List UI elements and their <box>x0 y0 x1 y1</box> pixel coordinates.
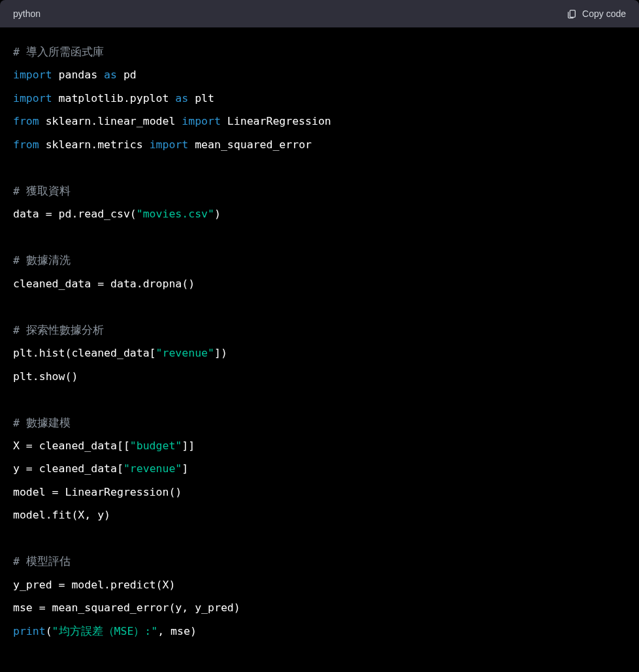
code-token-keyword: print <box>13 625 46 637</box>
code-line <box>13 388 626 411</box>
code-token-keyword: as <box>175 92 188 104</box>
code-token-default: pd <box>117 69 137 81</box>
code-token-comment: # 探索性數據分析 <box>13 324 104 336</box>
code-token-default: ) <box>214 208 221 220</box>
code-line: cleaned_data = data.dropna() <box>13 272 626 295</box>
code-token-default: matplotlib.pyplot <box>52 92 176 104</box>
code-token-default <box>13 300 20 313</box>
code-block: python Copy code # 導入所需函式庫import pandas … <box>0 0 639 672</box>
code-line: print("均方誤差（MSE）:", mse) <box>13 620 626 643</box>
code-token-default: plt.show() <box>13 370 78 383</box>
code-line: # 獲取資料 <box>13 180 626 202</box>
code-token-default: LinearRegression <box>221 115 331 127</box>
code-content: # 導入所需函式庫import pandas as pdimport matpl… <box>0 27 639 656</box>
code-line: X = cleaned_data[["budget"]] <box>13 434 626 457</box>
code-token-keyword: from <box>13 138 39 151</box>
code-line: from sklearn.metrics import mean_squared… <box>13 133 626 156</box>
code-token-comment: # 數據清洗 <box>13 254 71 266</box>
code-token-default <box>13 532 20 545</box>
code-token-default: X = cleaned_data[[ <box>13 440 130 452</box>
code-line: # 模型評估 <box>13 550 626 573</box>
code-token-comment: # 導入所需函式庫 <box>13 46 104 58</box>
code-token-default: ]] <box>182 440 195 452</box>
copy-code-button[interactable]: Copy code <box>566 8 626 19</box>
code-token-default <box>13 231 20 244</box>
code-token-keyword: import <box>182 115 221 127</box>
code-line: y = cleaned_data["revenue"] <box>13 457 626 480</box>
code-token-default <box>13 393 20 406</box>
code-token-default: ] <box>182 462 188 475</box>
code-line: model = LinearRegression() <box>13 481 626 504</box>
code-line: # 數據清洗 <box>13 249 626 272</box>
code-token-default: y = cleaned_data[ <box>13 462 123 475</box>
code-token-keyword: as <box>104 69 117 81</box>
code-token-string: "movies.csv" <box>137 208 214 220</box>
code-token-string: "revenue" <box>123 462 182 475</box>
code-token-keyword: import <box>13 92 52 104</box>
code-token-default: ( <box>46 625 52 637</box>
code-line: plt.hist(cleaned_data["revenue"]) <box>13 342 626 364</box>
code-token-default: sklearn.metrics <box>39 138 150 151</box>
code-token-default <box>13 161 20 174</box>
svg-rect-0 <box>570 10 575 18</box>
code-token-default: , mse) <box>157 625 197 637</box>
code-token-default: plt <box>188 92 214 104</box>
code-line <box>13 226 626 249</box>
code-line: # 數據建模 <box>13 411 626 434</box>
code-line: # 探索性數據分析 <box>13 319 626 342</box>
code-line: plt.show() <box>13 365 626 388</box>
copy-code-label: Copy code <box>582 8 626 19</box>
code-token-string: "budget" <box>130 440 182 452</box>
code-token-default: model.fit(X, y) <box>13 509 110 521</box>
code-line: data = pd.read_csv("movies.csv") <box>13 202 626 225</box>
code-token-default: mean_squared_error <box>188 138 312 151</box>
code-token-keyword: from <box>13 115 39 127</box>
code-line <box>13 156 626 179</box>
language-label: python <box>13 8 41 19</box>
code-token-keyword: import <box>13 69 52 81</box>
code-token-default: ]) <box>214 347 227 359</box>
code-token-default: mse = mean_squared_error(y, y_pred) <box>13 601 240 614</box>
code-token-default: plt.hist(cleaned_data[ <box>13 347 156 359</box>
code-token-keyword: import <box>150 138 189 151</box>
code-token-string: "均方誤差（MSE）:" <box>52 625 158 637</box>
code-token-default: pandas <box>52 69 104 81</box>
code-line: y_pred = model.predict(X) <box>13 573 626 596</box>
code-line: from sklearn.linear_model import LinearR… <box>13 110 626 133</box>
code-token-default: model = LinearRegression() <box>13 486 182 498</box>
code-token-comment: # 獲取資料 <box>13 185 71 197</box>
code-line <box>13 527 626 550</box>
code-line: import pandas as pd <box>13 63 626 86</box>
code-line: import matplotlib.pyplot as plt <box>13 87 626 110</box>
code-line <box>13 295 626 318</box>
code-token-comment: # 數據建模 <box>13 417 71 429</box>
clipboard-icon <box>566 8 577 19</box>
code-token-default: cleaned_data = data.dropna() <box>13 278 195 290</box>
code-token-default: y_pred = model.predict(X) <box>13 579 175 591</box>
code-token-comment: # 模型評估 <box>13 555 71 568</box>
code-header: python Copy code <box>0 0 639 27</box>
code-line: # 導入所需函式庫 <box>13 40 626 63</box>
code-line: model.fit(X, y) <box>13 504 626 526</box>
code-token-default: data = pd.read_csv( <box>13 208 137 220</box>
code-token-string: "revenue" <box>156 347 214 359</box>
code-line: mse = mean_squared_error(y, y_pred) <box>13 596 626 619</box>
code-token-default: sklearn.linear_model <box>39 115 182 127</box>
